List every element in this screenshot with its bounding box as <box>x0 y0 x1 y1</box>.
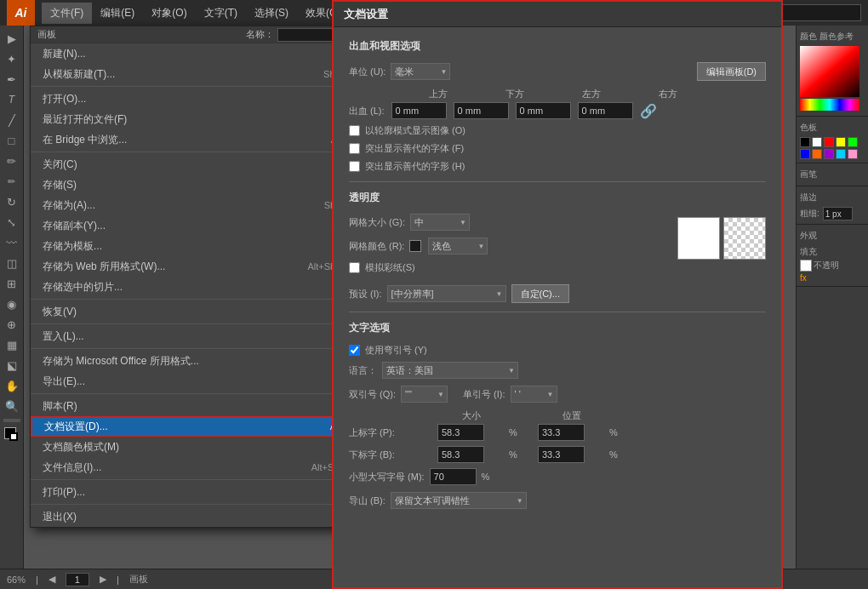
fill-label: 填充 <box>800 246 865 258</box>
tool-zoom[interactable]: 🔍 <box>3 397 21 415</box>
menu-file[interactable]: 文件(F) <box>42 3 92 24</box>
color-swatches <box>800 137 865 159</box>
bleed-bottom-header: 下方 <box>477 88 553 100</box>
swatch-black[interactable] <box>800 137 810 147</box>
tool-warp[interactable]: 〰 <box>3 233 21 252</box>
single-quote-label: 单引号 (I): <box>463 388 505 401</box>
simulate-paper-checkbox[interactable] <box>349 262 360 273</box>
status-separator-1: | <box>36 575 38 585</box>
subscript-label: 下标字 (B): <box>349 449 434 461</box>
smart-quotes-checkbox[interactable] <box>349 345 360 356</box>
grid-size-select[interactable]: 中 <box>410 214 470 231</box>
tool-blend[interactable]: ◉ <box>3 294 21 313</box>
stroke-weight-input[interactable] <box>823 207 853 220</box>
tool-line[interactable]: ╱ <box>3 111 21 129</box>
checkbox-outline-mode-input[interactable] <box>349 125 360 136</box>
tool-scale[interactable]: ⤡ <box>3 213 21 232</box>
link-icon[interactable]: 🔗 <box>640 103 657 119</box>
app-logo: Ai <box>7 0 35 26</box>
grid-size-row: 网格大小 (G): 中 <box>349 214 665 231</box>
dialog-title: 文档设置 <box>344 7 388 22</box>
swatch-blue[interactable] <box>800 149 810 159</box>
tool-paintbrush[interactable]: ✏ <box>3 152 21 170</box>
tool-graph[interactable]: ▦ <box>3 335 21 354</box>
swatch-yellow[interactable] <box>836 137 846 147</box>
tool-pen[interactable]: ✒ <box>3 70 21 89</box>
swatch-purple[interactable] <box>824 149 834 159</box>
custom-btn[interactable]: 自定(C)... <box>511 284 569 303</box>
pos-col-header: 位置 <box>538 409 606 422</box>
bleed-top-input[interactable] <box>391 102 447 119</box>
tool-mesh[interactable]: ⊞ <box>3 274 21 293</box>
double-quote-select-wrap: "" <box>401 386 448 403</box>
superscript-size-input[interactable] <box>437 424 484 441</box>
preset-select[interactable]: [中分辨率] <box>387 285 506 302</box>
tool-pencil[interactable]: ✏ <box>3 172 21 191</box>
checkbox-subst-glyph-input[interactable] <box>349 161 360 172</box>
superscript-label: 上标字 (P): <box>349 426 434 439</box>
bleed-label: 出血 (L): <box>349 105 385 117</box>
leading-select[interactable]: 保留文本可调错性 <box>391 492 527 509</box>
subscript-pos-input[interactable] <box>538 446 585 463</box>
tool-hand[interactable]: ✋ <box>3 376 21 395</box>
bleed-right-header: 右方 <box>630 88 706 100</box>
leading-label: 导山 (B): <box>349 495 385 507</box>
tool-direct-select[interactable]: ✦ <box>3 49 21 68</box>
tool-rect[interactable]: □ <box>3 131 21 150</box>
hue-slider[interactable] <box>800 99 859 111</box>
unit-select[interactable]: 毫米 <box>391 63 450 80</box>
single-quote-select[interactable]: ' ' <box>511 386 557 403</box>
tool-artboard[interactable]: ⬕ <box>3 356 21 375</box>
menu-edit[interactable]: 编辑(E) <box>92 3 143 24</box>
checkbox-subst-font-input[interactable] <box>349 143 360 154</box>
grid-color-swatch[interactable] <box>409 240 421 252</box>
name-label: 名称： <box>246 28 277 41</box>
grid-size-label: 网格大小 (G): <box>349 216 405 229</box>
menu-object[interactable]: 对象(O) <box>143 3 195 24</box>
tool-type[interactable]: T <box>3 90 21 109</box>
bleed-right-input[interactable] <box>578 102 633 119</box>
tool-fill-stroke[interactable] <box>3 426 21 444</box>
menu-select[interactable]: 选择(S) <box>246 3 297 24</box>
subscript-size-input[interactable] <box>437 446 484 463</box>
bleed-bottom-input[interactable] <box>454 102 509 119</box>
swatch-red[interactable] <box>824 137 834 147</box>
fill-color-box[interactable] <box>800 260 812 272</box>
panel-label: 画板 <box>37 28 56 41</box>
grid-color-select-wrap: 浅色 <box>428 237 488 254</box>
swatch-cyan[interactable] <box>836 149 846 159</box>
small-caps-input[interactable] <box>430 468 477 485</box>
bleed-left-input[interactable] <box>516 102 571 119</box>
page-nav-right[interactable]: ▶ <box>100 574 106 585</box>
quotes-row: 双引号 (Q): "" 单引号 (I): ' ' <box>349 386 766 403</box>
page-number-input[interactable] <box>66 573 89 586</box>
right-panel: 颜色 颜色参考 色板 画笔 描边 粗细: 外观 填充 <box>796 26 868 569</box>
color-picker-area[interactable] <box>800 46 859 97</box>
edit-board-btn[interactable]: 编辑画板(D) <box>697 62 766 81</box>
tool-gradient[interactable]: ◫ <box>3 254 21 272</box>
small-caps-pct: % <box>482 472 490 482</box>
swatch-orange[interactable] <box>812 149 822 159</box>
swatch-green[interactable] <box>848 137 858 147</box>
bleed-headers: 上方 下方 左方 右方 <box>349 88 766 100</box>
superscript-row: 上标字 (P): % % <box>349 424 766 441</box>
tool-symbol-spray[interactable]: ⊕ <box>3 315 21 334</box>
language-select[interactable]: 英语：美国 <box>382 362 518 379</box>
subscript-size-pct: % <box>509 449 534 460</box>
brushes-section: 画笔 <box>797 163 868 186</box>
grid-color-select[interactable]: 浅色 <box>428 237 488 254</box>
language-label: 语言： <box>349 364 377 377</box>
menu-type[interactable]: 文字(T) <box>196 3 246 24</box>
tool-rotate[interactable]: ↻ <box>3 192 21 211</box>
bleed-values-row: 出血 (L): 🔗 <box>349 102 766 119</box>
swatch-pink[interactable] <box>848 149 858 159</box>
transparency-controls: 网格大小 (G): 中 网格颜色 (R): 浅色 <box>349 214 665 279</box>
tool-select[interactable]: ▶ <box>3 29 21 48</box>
size-col-header: 大小 <box>437 409 505 422</box>
section-divider-2 <box>349 312 766 312</box>
fill-controls: 不透明 <box>800 260 865 272</box>
double-quote-select[interactable]: "" <box>401 386 448 403</box>
superscript-pos-input[interactable] <box>538 424 585 441</box>
appearance-title: 外观 <box>800 228 865 243</box>
swatch-white[interactable] <box>812 137 822 147</box>
